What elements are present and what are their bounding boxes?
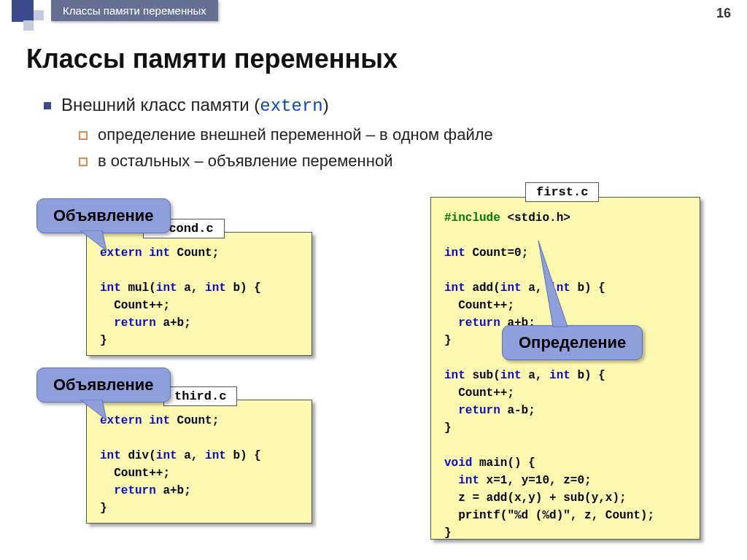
file-tab-first: first.c xyxy=(525,182,599,202)
sub-bullet-1: определение внешней переменной – в одном… xyxy=(79,125,493,144)
callout-tail-icon xyxy=(525,241,569,328)
bullet-extern: Внешний класс памяти (extern) xyxy=(44,95,329,116)
breadcrumb: Классы памяти переменных xyxy=(51,0,218,21)
sub-bullet-1-text: определение внешней переменной – в одном… xyxy=(98,125,493,144)
header-bar: Классы памяти переменных 16 xyxy=(0,0,747,29)
sub-bullet-2-text: в остальных – объявление переменной xyxy=(98,152,392,171)
extern-keyword: extern xyxy=(260,96,322,116)
code-third: extern int Count; int div(int a, int b) … xyxy=(100,412,298,517)
callout-tail-icon xyxy=(80,400,115,421)
callout-declaration-1: Объявление xyxy=(36,198,171,233)
code-panel-third: extern int Count; int div(int a, int b) … xyxy=(86,400,312,524)
bullet-text-pre: Внешний класс памяти ( xyxy=(61,95,260,114)
svg-marker-1 xyxy=(80,400,107,420)
callout-declaration-2: Объявление xyxy=(36,368,171,402)
page-title: Классы памяти переменных xyxy=(26,44,398,74)
file-tab-third: third.c xyxy=(163,386,237,406)
bullet-text-post: ) xyxy=(323,95,329,114)
code-panel-second: extern int Count; int mul(int a, int b) … xyxy=(86,232,312,356)
svg-marker-2 xyxy=(538,241,568,327)
callout-tail-icon xyxy=(80,230,115,252)
code-second: extern int Count; int mul(int a, int b) … xyxy=(100,244,298,349)
logo-squares xyxy=(12,0,51,29)
sub-bullet-2: в остальных – объявление переменной xyxy=(79,152,392,171)
callout-definition: Определение xyxy=(502,325,643,360)
page-number: 16 xyxy=(716,6,731,21)
svg-marker-0 xyxy=(80,230,107,251)
